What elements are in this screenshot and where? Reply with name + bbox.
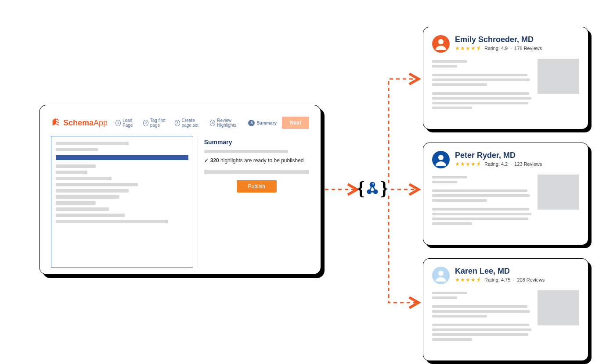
step-load-page[interactable]: 1Load Page [115, 118, 139, 128]
svg-point-10 [438, 155, 444, 160]
profile-image-placeholder [537, 175, 579, 210]
step-summary[interactable]: 5Summary [248, 120, 277, 126]
avatar [432, 267, 450, 284]
summary-title: Summary [204, 139, 309, 146]
profile-text-placeholder [432, 289, 532, 343]
rating-row: ★★★★⯨ Rating: 4.9 · 178 Reviews [455, 45, 542, 51]
review-count: 178 Reviews [514, 46, 542, 51]
brace-open-icon: { [357, 179, 364, 198]
schema-app-logo: SchemaApp [51, 118, 108, 128]
avatar [432, 151, 450, 168]
star-icons: ★★★★⯨ [455, 277, 482, 283]
rating-row: ★★★★⯨ Rating: 4.2 · 123 Reviews [455, 161, 542, 167]
profile-name: Karen Lee, MD [455, 267, 545, 276]
svg-point-5 [373, 189, 378, 194]
selection-highlight-bar [56, 155, 188, 160]
next-button[interactable]: Next [282, 117, 309, 129]
publish-button[interactable]: Publish [237, 180, 277, 193]
rating-value: Rating: 4.75 [484, 277, 510, 282]
app-body: Summary ✓320 highlights are ready to be … [51, 136, 309, 268]
schema-markup-node: { } [357, 179, 388, 198]
brand-schema: Schema [63, 118, 94, 127]
profile-card: Karen Lee, MD ★★★★⯨ Rating: 4.75 · 208 R… [423, 259, 588, 360]
profile-text-placeholder [432, 174, 532, 227]
profile-text-placeholder [432, 58, 532, 111]
step-review-highlights[interactable]: 4Review Highlights [210, 118, 244, 128]
svg-point-8 [438, 39, 444, 44]
step-tag-first-page[interactable]: 2Tag first page [143, 118, 170, 128]
review-count: 123 Reviews [514, 161, 542, 167]
svg-point-12 [438, 271, 444, 276]
rating-row: ★★★★⯨ Rating: 4.75 · 208 Reviews [455, 277, 545, 283]
star-icons: ★★★★⯨ [455, 161, 482, 167]
highlight-status: ✓320 highlights are ready to be publishe… [204, 157, 309, 164]
star-icons: ★★★★⯨ [455, 45, 482, 51]
summary-pane: Summary ✓320 highlights are ready to be … [198, 136, 309, 268]
svg-point-4 [367, 189, 372, 194]
check-icon: ✓ [204, 157, 209, 164]
profile-card: Emily Schroeder, MD ★★★★⯨ Rating: 4.9 · … [423, 27, 588, 129]
content-preview-pane [51, 136, 193, 268]
review-count: 208 Reviews [517, 277, 545, 282]
svg-point-3 [370, 182, 375, 188]
profile-image-placeholder [537, 290, 579, 325]
svg-point-6 [372, 183, 374, 185]
linked-data-icon [364, 181, 380, 196]
avatar [432, 35, 450, 53]
profile-name: Peter Ryder, MD [455, 151, 542, 160]
rating-value: Rating: 4.2 [484, 161, 508, 167]
schema-logo-icon [51, 118, 61, 128]
step-create-page-set[interactable]: 3Create page set [175, 118, 206, 128]
rating-value: Rating: 4.9 [484, 46, 508, 51]
schema-app-panel: SchemaApp 1Load Page 2Tag first page 3Cr… [40, 105, 321, 274]
profile-name: Emily Schroeder, MD [455, 35, 542, 44]
app-header: SchemaApp 1Load Page 2Tag first page 3Cr… [51, 117, 309, 129]
step-indicator: 1Load Page 2Tag first page 3Create page … [115, 118, 277, 128]
profile-image-placeholder [537, 59, 579, 94]
brace-close-icon: } [380, 179, 388, 198]
profile-card: Peter Ryder, MD ★★★★⯨ Rating: 4.2 · 123 … [423, 143, 588, 245]
brand-app: App [94, 118, 108, 127]
